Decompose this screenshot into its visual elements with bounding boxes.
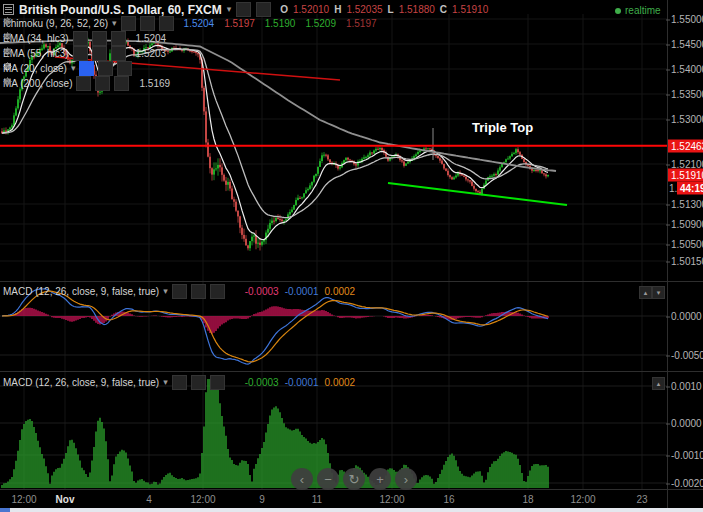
- indicator-value: 1.5203: [136, 48, 167, 59]
- time-axis-label: 12:00: [190, 494, 215, 505]
- indicator-value: 1.5169: [139, 78, 170, 89]
- ohlc-value: 1.51910: [452, 4, 488, 15]
- green-trendline: [388, 183, 567, 205]
- zoom-out-button[interactable]: −: [317, 468, 339, 490]
- pane-separator[interactable]: [0, 281, 703, 282]
- indicator-label[interactable]: MA (20, close): [3, 63, 67, 74]
- macd1-values: -0.0003-0.00010.0002: [239, 286, 355, 297]
- ohlc-values: O1.52010H1.52035L1.51880C1.51910: [280, 4, 488, 15]
- gear-icon[interactable]: [140, 16, 155, 31]
- macd1-label[interactable]: MACD (12, 26, close, 9, false, true): [3, 286, 159, 297]
- macd-value: -0.0001: [285, 377, 319, 388]
- indicator-label[interactable]: EMA (34, hlc3): [3, 33, 69, 44]
- macd-axis-label: 0.0000: [671, 311, 702, 322]
- macd2-label[interactable]: MACD (12, 26, close, 9, false, true): [3, 377, 159, 388]
- eye-icon[interactable]: [172, 284, 187, 299]
- chart-window: British Pound/U.S. Dollar, 60, FXCM ▾ O1…: [0, 0, 703, 512]
- macd1-header: MACD (12, 26, close, 9, false, true) ▾ -…: [3, 285, 355, 298]
- chart-menu-icon[interactable]: [3, 4, 14, 15]
- close-icon[interactable]: [111, 46, 126, 61]
- gear-icon[interactable]: [92, 46, 107, 61]
- close-icon[interactable]: [210, 284, 225, 299]
- time-axis-label: 4: [146, 494, 152, 505]
- time-axis-label: 11: [312, 494, 322, 505]
- symbol-header: British Pound/U.S. Dollar, 60, FXCM ▾ O1…: [3, 3, 488, 16]
- price-axis-label: 1.51300: [671, 199, 703, 210]
- indicator-label[interactable]: EMA (55, hlc3): [3, 48, 69, 59]
- macd1-pane: [2, 289, 548, 364]
- chevron-down-icon[interactable]: ▾: [163, 287, 168, 296]
- indicator-value: 1.5204: [184, 18, 215, 29]
- ohlc-key: H: [334, 4, 341, 15]
- close-icon[interactable]: [210, 375, 225, 390]
- indicator-row: MA (20, close)▾: [3, 62, 132, 75]
- macd-axis-label: -0.0010: [671, 450, 703, 461]
- realtime-badge: realtime: [615, 4, 661, 17]
- close-icon[interactable]: [114, 76, 129, 91]
- close-icon[interactable]: [159, 16, 174, 31]
- eye-icon[interactable]: [236, 2, 251, 17]
- eye-icon[interactable]: [172, 375, 187, 390]
- chevron-down-icon[interactable]: ▾: [227, 5, 232, 14]
- scroll-left-button[interactable]: ‹: [291, 468, 313, 490]
- triple-top-annotation[interactable]: Triple Top: [472, 120, 533, 135]
- gear-icon[interactable]: [92, 31, 107, 46]
- ohlc-key: C: [440, 4, 447, 15]
- eye-icon[interactable]: [121, 16, 136, 31]
- scroll-right-button[interactable]: ›: [395, 468, 417, 490]
- eye-icon[interactable]: [76, 76, 91, 91]
- macd-axis-label: 0.0000: [671, 418, 702, 429]
- ohlc-key: L: [388, 4, 394, 15]
- visibility-off-icon[interactable]: [79, 61, 94, 76]
- gear-icon[interactable]: [191, 375, 206, 390]
- indicator-row: EMA (55, hlc3)1.5203: [3, 47, 166, 60]
- macd-value: -0.0001: [285, 286, 319, 297]
- gear-icon[interactable]: [256, 2, 271, 17]
- ohlc-value: 1.52035: [346, 4, 382, 15]
- indicator-row: Ichimoku (9, 26, 52, 26)▾1.52041.51971.5…: [3, 17, 377, 30]
- gear-icon[interactable]: [95, 76, 110, 91]
- window-edge-accent: [0, 508, 10, 512]
- time-axis-label: 23: [636, 494, 647, 505]
- time-axis-label: 16: [443, 494, 454, 505]
- time-axis-label: 12:00: [570, 494, 595, 505]
- chevron-down-icon[interactable]: ▾: [112, 19, 117, 28]
- ohlc-value: 1.51880: [399, 4, 435, 15]
- indicator-value: 1.5204: [136, 33, 167, 44]
- pane-up-icon[interactable]: ▴: [652, 377, 665, 390]
- last-price-badge: 1.51910: [668, 169, 703, 182]
- time-axis-label: Nov: [56, 494, 75, 505]
- chevron-down-icon[interactable]: ▾: [163, 378, 168, 387]
- indicator-label[interactable]: Ichimoku (9, 26, 52, 26): [3, 18, 108, 29]
- pane-separator[interactable]: [0, 371, 703, 372]
- indicator-row: MA (200, close)1.5169: [3, 77, 170, 90]
- eye-icon[interactable]: [73, 31, 88, 46]
- gear-icon[interactable]: [98, 61, 113, 76]
- price-axis-label: 1.50900: [671, 219, 703, 230]
- indicator-value: 1.5197: [346, 18, 377, 29]
- pane-down-icon[interactable]: ▾: [652, 286, 665, 299]
- price-axis-border: [667, 0, 668, 508]
- gear-icon[interactable]: [191, 284, 206, 299]
- zoom-in-button[interactable]: +: [369, 468, 391, 490]
- window-edge: [0, 508, 703, 512]
- bar-countdown-badge: 44:19: [677, 182, 703, 195]
- macd2-pane: [2, 379, 548, 488]
- close-icon[interactable]: [117, 61, 132, 76]
- symbol-title[interactable]: British Pound/U.S. Dollar, 60, FXCM: [19, 3, 222, 17]
- ohlc-value: 1.52010: [293, 4, 329, 15]
- time-axis-label: 12:00: [379, 494, 404, 505]
- ohlc-key: O: [280, 4, 288, 15]
- close-icon[interactable]: [111, 31, 126, 46]
- eye-icon[interactable]: [73, 46, 88, 61]
- time-axis-label: 12:00: [11, 494, 36, 505]
- chevron-down-icon[interactable]: ▾: [71, 64, 76, 73]
- indicator-label[interactable]: MA (200, close): [3, 78, 72, 89]
- price-axis-label: 1.50500: [671, 239, 703, 250]
- indicator-value: 1.5190: [265, 18, 296, 29]
- price-axis-label: 1.50150: [671, 256, 703, 267]
- price-axis-label: 1.54500: [671, 39, 703, 50]
- time-axis-label: 18: [522, 494, 533, 505]
- pane-up-icon[interactable]: ▴: [639, 286, 652, 299]
- reset-view-button[interactable]: ↻: [343, 468, 365, 490]
